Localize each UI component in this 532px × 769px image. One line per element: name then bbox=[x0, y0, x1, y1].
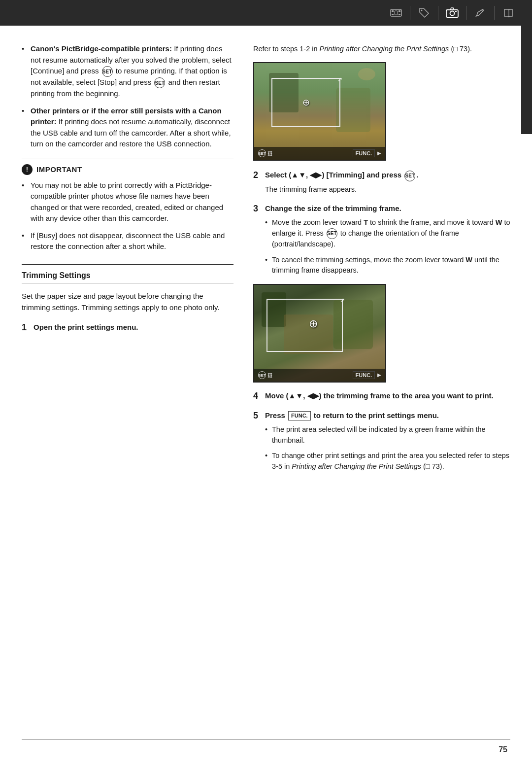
photo-background-2: ⊕ ↗ bbox=[254, 285, 385, 382]
step-1-text: Open the print settings menu. bbox=[33, 322, 138, 333]
icon-separator bbox=[410, 6, 410, 20]
t-letter: T bbox=[364, 218, 368, 226]
right-column: Refer to steps 1-2 in Printing after Cha… bbox=[248, 43, 510, 480]
important-icon: ! bbox=[22, 164, 33, 175]
cam-func-label-2: FUNC. ▶ bbox=[352, 371, 381, 379]
step-4-number: 4 bbox=[253, 390, 262, 402]
step-5-bullets: The print area selected will be indicate… bbox=[253, 424, 510, 472]
step-1: 1 Open the print settings menu. bbox=[22, 322, 233, 333]
svg-rect-2 bbox=[399, 10, 400, 12]
func-button-step5: FUNC. bbox=[288, 411, 311, 420]
step-5-title: Press FUNC. to return to the print setti… bbox=[265, 410, 439, 421]
step-4-title: Move (▲▼, ◀▶) the trimming frame to the … bbox=[265, 390, 494, 401]
right-accent-bar bbox=[521, 26, 532, 134]
cam-portrait-label-1: 🖼 bbox=[267, 151, 272, 156]
step-2-title: Select (▲▼, ◀▶) [Trimming] and press SET… bbox=[265, 170, 418, 181]
icon-separator-3 bbox=[466, 6, 466, 20]
step-5: 5 Press FUNC. to return to the print set… bbox=[253, 410, 510, 472]
important-section: ! IMPORTANT You may not be able to print… bbox=[22, 159, 233, 252]
cam-func-label-1: FUNC. ▶ bbox=[352, 149, 381, 157]
w-letter-2: W bbox=[466, 256, 472, 264]
set-button-step2: SET bbox=[404, 171, 415, 181]
svg-rect-5 bbox=[395, 11, 398, 15]
step-3-number: 3 bbox=[253, 203, 262, 214]
book-icon bbox=[499, 4, 517, 22]
step-4: 4 Move (▲▼, ◀▶) the trimming frame to th… bbox=[253, 390, 510, 402]
pencil-icon bbox=[471, 4, 489, 22]
set-button-2: SET bbox=[154, 77, 165, 88]
svg-rect-1 bbox=[392, 10, 394, 12]
ref-italic-2: Printing after Changing the Print Settin… bbox=[292, 462, 421, 470]
cam-set-1: SET 🖼 bbox=[258, 149, 272, 157]
camera-bottom-bar-2: SET 🖼 FUNC. ▶ bbox=[254, 369, 385, 382]
step-1-bold: Open the print settings menu. bbox=[33, 323, 138, 331]
step-1-number: 1 bbox=[22, 322, 31, 333]
func-arrow-2: ▶ bbox=[377, 372, 381, 378]
trimming-intro: Set the paper size and page layout befor… bbox=[22, 290, 233, 314]
footer-line bbox=[22, 739, 510, 739]
trimming-title: Trimming Settings bbox=[22, 271, 233, 283]
bullet-pictbridge: Canon's PictBridge-compatible printers: … bbox=[22, 43, 233, 100]
film-icon bbox=[387, 4, 405, 22]
trim-frame-overlay-1: ⊕ ↗ bbox=[271, 78, 340, 127]
svg-rect-3 bbox=[392, 14, 394, 15]
tag-icon bbox=[415, 4, 433, 22]
step-3: 3 Change the size of the trimming frame.… bbox=[253, 203, 510, 277]
page-content: Canon's PictBridge-compatible printers: … bbox=[0, 26, 532, 510]
step-1-heading: 1 Open the print settings menu. bbox=[22, 322, 233, 333]
top-icon-bar bbox=[387, 4, 517, 22]
photo-background-1: ⊕ ↗ bbox=[254, 63, 385, 160]
svg-point-8 bbox=[450, 11, 455, 16]
important-title: IMPORTANT bbox=[36, 165, 82, 174]
step-5-bullet-2: To change other print settings and print… bbox=[265, 451, 510, 472]
camera-bottom-bar-1: SET 🖼 FUNC. ▶ bbox=[254, 147, 385, 160]
important-bullet-1: You may not be able to print correctly w… bbox=[22, 180, 233, 224]
other-printers-text: If printing does not resume automaticall… bbox=[31, 117, 231, 148]
step-2-number: 2 bbox=[253, 170, 262, 181]
w-letter-1: W bbox=[496, 218, 502, 226]
important-header: ! IMPORTANT bbox=[22, 164, 233, 175]
pictbridge-bold: Canon's PictBridge-compatible printers: bbox=[31, 44, 172, 53]
step-2-sub: The trimming frame appears. bbox=[253, 184, 510, 195]
camera-icon bbox=[443, 4, 461, 22]
step-2: 2 Select (▲▼, ◀▶) [Trimming] and press S… bbox=[253, 170, 510, 195]
important-bullets: You may not be able to print correctly w… bbox=[22, 180, 233, 252]
camera-screen-1: ⊕ ↗ SET 🖼 FUNC. ▶ bbox=[253, 62, 386, 161]
func-button-2: FUNC. bbox=[353, 371, 375, 379]
step-5-bullet-1: The print area selected will be indicate… bbox=[265, 424, 510, 446]
camera-screen-2: ⊕ ↗ SET 🖼 FUNC. ▶ bbox=[253, 284, 386, 383]
left-column: Canon's PictBridge-compatible printers: … bbox=[22, 43, 248, 480]
top-bullet-list: Canon's PictBridge-compatible printers: … bbox=[22, 43, 233, 150]
icon-separator-4 bbox=[494, 6, 495, 20]
ref-italic: Printing after Changing the Print Settin… bbox=[320, 45, 449, 53]
step-3-bullet-1: Move the zoom lever toward T to shrink t… bbox=[265, 217, 510, 250]
svg-rect-9 bbox=[455, 11, 457, 12]
step-3-bullet-2: To cancel the trimming settings, move th… bbox=[265, 255, 510, 277]
trim-frame-overlay-2: ↗ bbox=[266, 299, 343, 352]
top-bar bbox=[0, 0, 532, 26]
important-bullet-2: If [Busy] does not disappear, disconnect… bbox=[22, 230, 233, 252]
bullet-other-printers: Other printers or if the error still per… bbox=[22, 105, 233, 150]
cam-portrait-label-2: 🖼 bbox=[267, 373, 272, 378]
func-arrow-1: ▶ bbox=[377, 150, 381, 156]
step-5-header: 5 Press FUNC. to return to the print set… bbox=[253, 410, 510, 421]
step-2-header: 2 Select (▲▼, ◀▶) [Trimming] and press S… bbox=[253, 170, 510, 181]
trimming-settings-section: Trimming Settings Set the paper size and… bbox=[22, 264, 233, 334]
set-button-1: SET bbox=[102, 66, 113, 77]
step-3-title: Change the size of the trimming frame. bbox=[265, 203, 401, 213]
set-circle-1: SET bbox=[258, 149, 266, 157]
step-3-bullets: Move the zoom lever toward T to shrink t… bbox=[253, 217, 510, 276]
step-5-number: 5 bbox=[253, 410, 262, 421]
svg-rect-4 bbox=[399, 14, 400, 15]
func-button-1: FUNC. bbox=[353, 149, 375, 157]
step-3-header: 3 Change the size of the trimming frame. bbox=[253, 203, 510, 214]
set-circle-2: SET bbox=[258, 371, 266, 379]
step-4-header: 4 Move (▲▼, ◀▶) the trimming frame to th… bbox=[253, 390, 510, 402]
icon-separator-2 bbox=[438, 6, 438, 20]
reference-text: Refer to steps 1-2 in Printing after Cha… bbox=[253, 43, 510, 54]
svg-point-6 bbox=[421, 10, 423, 11]
cam-set-2: SET 🖼 bbox=[258, 371, 272, 379]
page-number: 75 bbox=[499, 745, 507, 754]
set-button-step3: SET bbox=[327, 228, 337, 239]
